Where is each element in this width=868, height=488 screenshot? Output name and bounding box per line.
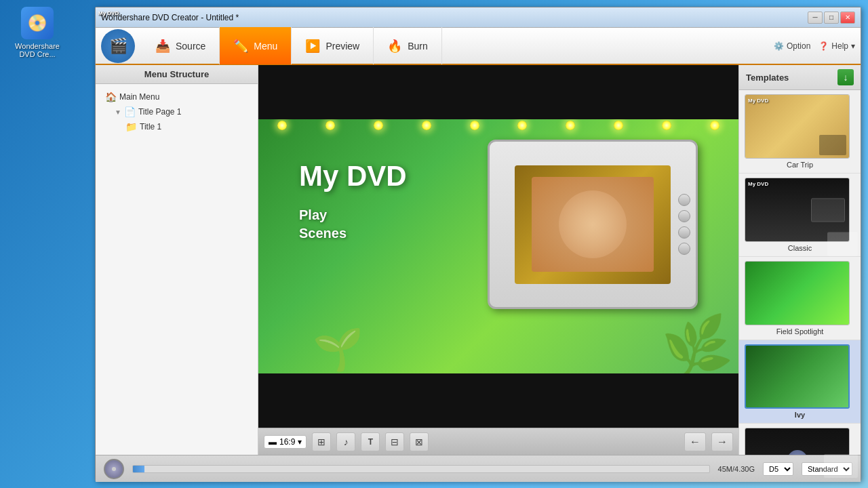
ratio-selector[interactable]: ▬ 16:9 ▾ [264, 435, 307, 449]
close-button[interactable]: ✕ [840, 12, 855, 24]
edit-button[interactable]: ⊠ [410, 432, 429, 451]
title1-label: Title 1 [140, 122, 161, 131]
template-thumb-dark [745, 428, 850, 455]
logo-button[interactable]: 🎬 [101, 29, 135, 63]
template-preview-field-spotlight: My DVD [745, 262, 849, 325]
next-button[interactable]: → [711, 432, 733, 451]
stage-light [422, 121, 431, 130]
help-button[interactable]: ❓ Help ▾ [818, 41, 855, 51]
tv-preview [488, 140, 698, 309]
template-item-dark[interactable] [739, 424, 861, 455]
title-bar: Wondershare DVD Creator - Untitled * ─ □… [96, 7, 861, 28]
template-thumb-ivy: My DVD [745, 344, 850, 409]
main-menu-label: Main Menu [119, 92, 159, 102]
dvd-title: My DVD [299, 160, 407, 192]
prev-button[interactable]: ← [684, 432, 706, 451]
layout-button[interactable]: ⊞ [312, 432, 331, 451]
preview-area: My DVD Play Scenes [258, 65, 738, 455]
progress-bar-container [132, 465, 710, 473]
template-preview-dark [745, 428, 849, 455]
leaf-decoration-left: 🌱 [313, 325, 363, 373]
option-label: Option [787, 41, 810, 51]
download-button[interactable]: ↓ [837, 69, 854, 85]
tv-ctrl-btn-4[interactable] [678, 243, 690, 255]
template-item-car-trip[interactable]: My DVD Car Trip [739, 90, 861, 174]
tab-burn[interactable]: 🔥 Burn [374, 27, 442, 64]
tab-menu[interactable]: ✏️ Menu [220, 27, 292, 64]
burn-label: Burn [408, 41, 428, 52]
main-window: Wondershare DVD Creator - Untitled * ─ □… [95, 7, 861, 481]
screen-image [532, 177, 654, 272]
template-name-ivy: Ivy [745, 411, 855, 419]
menu-icon: ✏️ [233, 39, 248, 54]
ratio-value: 16:9 [279, 437, 295, 447]
progress-bar-fill [133, 466, 144, 472]
source-icon: 📥 [155, 39, 170, 54]
preview-bottom-bar [258, 373, 738, 428]
tab-preview[interactable]: ▶️ Preview [292, 27, 374, 64]
template-label-classic: My DVD [748, 181, 768, 187]
stage-light [662, 121, 671, 130]
template-name-field-spotlight: Field Spotlight [745, 327, 855, 336]
tv-ctrl-btn-3[interactable] [678, 226, 690, 239]
stage-light [614, 121, 623, 130]
screen-image-content [559, 190, 627, 258]
template-preview-ivy: My DVD [746, 346, 848, 407]
help-icon: ❓ [818, 41, 829, 51]
leaf-decoration-right: 🌿 [659, 311, 737, 373]
expand-icon: ▼ [115, 108, 121, 116]
tv-frame [488, 140, 698, 309]
ratio-icon: ▬ [269, 437, 277, 447]
tree-item-title-page1[interactable]: ▼ 📄 Title Page 1 [98, 104, 255, 119]
toolbar: 🎬 📥 Source ✏️ Menu ▶️ Preview 🔥 Burn ⚙️ … [96, 28, 861, 65]
left-panel: Menu Structure 🏠 Main Menu ▼ 📄 Title Pag… [96, 65, 258, 455]
title-page1-label: Title Page 1 [138, 107, 182, 117]
page-icon: 📄 [124, 106, 136, 117]
disk-usage-text: 45M/4.30G [718, 465, 755, 473]
tab-source[interactable]: 📥 Source [142, 27, 220, 64]
desktop-icon-label: Wondershare DVD Cre... [14, 42, 61, 58]
templates-header: Templates ↓ [739, 65, 861, 90]
source-label: Source [176, 41, 205, 52]
stage-light [374, 121, 383, 130]
tv-ctrl-btn-2[interactable] [678, 210, 690, 222]
stage-light [277, 121, 287, 130]
gear-icon: ⚙️ [774, 41, 784, 51]
folder-icon: 📁 [125, 121, 137, 132]
option-button[interactable]: ⚙️ Option [774, 41, 810, 51]
menu-label: Menu [254, 41, 277, 52]
minimize-button[interactable]: ─ [808, 12, 823, 24]
status-bar: 45M/4.30G D5 D9 Standard High [96, 455, 861, 482]
text-button[interactable]: T [361, 432, 380, 451]
template-item-ivy[interactable]: My DVD Ivy [739, 340, 861, 424]
stage-light [566, 121, 575, 130]
classic-image [811, 198, 845, 222]
desktop-icon-dvd[interactable]: 📀 Wondershare DVD Cre... [14, 7, 61, 58]
menu-structure-header: Menu Structure [96, 65, 258, 84]
stage-light [326, 121, 335, 130]
preview-label: Preview [326, 41, 359, 52]
maximize-button[interactable]: □ [824, 12, 839, 24]
dvd-menu-play[interactable]: Play [299, 207, 347, 223]
stage-light [470, 121, 479, 130]
tv-ctrl-btn-1[interactable] [678, 194, 690, 206]
template-thumb-car-trip: My DVD [745, 94, 850, 159]
music-button[interactable]: ♪ [336, 432, 355, 451]
dvd-menu-scenes[interactable]: Scenes [299, 226, 347, 241]
tv-screen-content [515, 165, 671, 284]
templates-list[interactable]: My DVD Car Trip My DVD Classic [739, 90, 861, 455]
right-panel: Templates ↓ My DVD Car Trip [738, 65, 861, 455]
disc-type-select[interactable]: D5 D9 [763, 462, 793, 476]
tree-area: 🏠 Main Menu ▼ 📄 Title Page 1 📁 Title 1 [96, 84, 258, 455]
home-icon: 🏠 [105, 92, 117, 102]
stage-light [517, 121, 527, 130]
ratio-chevron-icon: ▾ [298, 437, 302, 447]
tree-item-main-menu[interactable]: 🏠 Main Menu [98, 89, 255, 104]
stage-light [710, 121, 719, 130]
grid-button[interactable]: ⊟ [385, 432, 404, 451]
tree-item-title1[interactable]: 📁 Title 1 [98, 119, 255, 134]
template-name-car-trip: Car Trip [745, 161, 855, 169]
template-thumb-field-spotlight: My DVD [745, 261, 850, 325]
template-item-field-spotlight[interactable]: My DVD Field Spotlight [739, 257, 861, 340]
burn-icon: 🔥 [387, 39, 402, 54]
